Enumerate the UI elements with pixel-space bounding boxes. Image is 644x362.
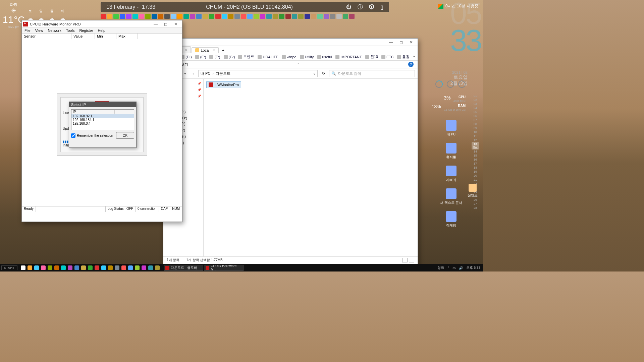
dock-app-0[interactable] [101, 14, 106, 19]
dock-app-25[interactable] [260, 14, 265, 19]
crumb-pc[interactable]: 내 PC [201, 71, 210, 76]
desktop-icon-0[interactable]: 내 PC [439, 120, 463, 137]
tray-icon-10[interactable] [88, 265, 93, 270]
taskbar-clock[interactable]: 오후 5:33 [466, 265, 480, 270]
crumb-here[interactable]: 다운로드 [216, 71, 230, 76]
bookmark-2[interactable]: (E:) [195, 54, 206, 59]
dock-app-23[interactable] [247, 14, 253, 19]
taskbar-task-0[interactable]: 다운로드 - 클로버 [164, 265, 203, 271]
dock-app-30[interactable] [292, 14, 297, 19]
dock-app-37[interactable] [336, 14, 342, 19]
search-input[interactable]: 🔍다운로드 검색 [329, 70, 415, 77]
tray-icon-2[interactable] [34, 265, 39, 270]
dock-app-39[interactable] [349, 14, 355, 19]
dock-app-21[interactable] [234, 14, 240, 19]
dock-app-9[interactable] [158, 14, 163, 19]
view-details-icon[interactable] [402, 258, 408, 262]
bookmarks-overflow-icon[interactable]: » [413, 54, 415, 59]
dock-app-2[interactable] [113, 14, 119, 19]
dock-app-35[interactable] [324, 14, 329, 19]
explorer-window[interactable]: — ◻ ✕ 로드×Local×+ (C:)(D:)(E:)(F:)(G:)토렌트… [163, 38, 418, 265]
desktop-icon-4[interactable]: 한게임 [439, 211, 463, 228]
dock-app-10[interactable] [164, 14, 170, 19]
dock-app-5[interactable] [132, 14, 138, 19]
file-pane[interactable]: HWMonitorPro [204, 79, 418, 256]
dock-app-26[interactable] [266, 14, 272, 19]
tray-icon-9[interactable] [81, 265, 86, 270]
tray-icon-16[interactable] [128, 265, 133, 270]
start-button[interactable]: START [1, 265, 17, 270]
menu-file[interactable]: File [24, 28, 31, 33]
select-ip-dialog[interactable]: Select IP IP 192.168.92.1 192.168.184.1 … [69, 102, 137, 148]
taskbar-task-1[interactable]: CPUID Hardware M... [204, 265, 244, 271]
ok-button[interactable]: OK [116, 132, 134, 139]
lock-icon[interactable]: ⏻ [346, 4, 352, 10]
col-min[interactable]: Min [95, 34, 116, 39]
dock-app-36[interactable] [330, 14, 335, 19]
bookmark-8[interactable]: Utility [300, 54, 314, 59]
menu-register[interactable]: Register [79, 28, 93, 33]
bookmark-13[interactable]: 음원 [397, 54, 410, 59]
close-button[interactable]: ✕ [406, 39, 416, 46]
dock-app-7[interactable] [145, 14, 151, 19]
bookmark-9[interactable]: useful [317, 54, 332, 59]
bookmark-7[interactable]: winpe [282, 54, 297, 59]
remember-checkbox[interactable]: Remember the selection [71, 133, 113, 138]
tray-icon-15[interactable] [121, 265, 126, 270]
dock-app-3[interactable] [120, 14, 125, 19]
dock-app-27[interactable] [273, 14, 278, 19]
dock-app-24[interactable] [254, 14, 259, 19]
taskbar[interactable]: START 다운로드 - 클로버CPUID Hardware M... 링크 ˄… [0, 264, 483, 272]
dock-app-4[interactable] [126, 14, 131, 19]
tray-sound-icon[interactable]: 🔊 [459, 266, 463, 270]
tray-icon-14[interactable] [115, 265, 119, 270]
view-icons-icon[interactable] [409, 258, 414, 262]
menu-tools[interactable]: Tools [66, 28, 75, 33]
dock-app-20[interactable] [228, 14, 233, 19]
tray-icon-19[interactable] [148, 265, 153, 270]
dock-app-11[interactable] [171, 14, 176, 19]
ip-row-1[interactable]: 192.168.184.1 [71, 118, 134, 122]
ip-listbox[interactable]: IP 192.168.92.1 192.168.184.1 192.168.0.… [71, 109, 134, 130]
maximize-button[interactable]: ◻ [396, 39, 406, 46]
bookmark-5[interactable]: 토렌트 [238, 54, 254, 59]
ip-row-2[interactable]: 192.168.0.4 [71, 122, 134, 125]
tray-icon-20[interactable] [155, 265, 160, 270]
dock-app-34[interactable] [317, 14, 323, 19]
dock-app-32[interactable] [305, 14, 310, 19]
tray-icon-12[interactable] [101, 265, 106, 270]
dock-app-18[interactable] [215, 14, 221, 19]
menu-network[interactable]: Network [48, 28, 61, 33]
nav-up-icon[interactable]: ↑ [190, 70, 196, 76]
tab-close-icon[interactable]: × [185, 48, 187, 52]
hwmonitor-window[interactable]: CPUID Hardware Monitor PRO — ◻ ✕ FileVie… [21, 20, 182, 222]
chevron-up-icon[interactable]: ˄ [447, 266, 449, 270]
dock-app-33[interactable] [311, 14, 316, 19]
bookmark-12[interactable]: ETC [381, 54, 394, 59]
dock-app-12[interactable] [177, 14, 182, 19]
menu-view[interactable]: View [35, 28, 43, 33]
dock-app-22[interactable] [241, 14, 246, 19]
bookmark-3[interactable]: (F:) [209, 54, 220, 59]
chevron-down-icon[interactable]: v [314, 71, 316, 75]
menubar[interactable]: FileViewNetworkToolsRegisterHelp [22, 28, 182, 33]
minimize-button[interactable]: — [386, 39, 396, 46]
ribbon-tabs[interactable]: 공유보기˅? [163, 61, 418, 68]
dock-app-1[interactable] [107, 14, 112, 19]
tray-icon-18[interactable] [142, 265, 146, 270]
tray-icon-17[interactable] [135, 265, 140, 270]
tray-icon-8[interactable] [74, 265, 79, 270]
tab-1[interactable]: Local× [192, 47, 219, 53]
col-value[interactable]: Value [71, 34, 95, 39]
bookmark-10[interactable]: IMPORTANT [335, 54, 362, 59]
info-icon[interactable]: ⓘ [358, 4, 363, 11]
help-icon[interactable]: ? [408, 62, 414, 67]
bookmark-6[interactable]: UDALITE [258, 54, 278, 59]
tab-close-icon[interactable]: × [213, 48, 215, 52]
dock-app-6[interactable] [139, 14, 144, 19]
app-dock[interactable] [101, 13, 392, 19]
dock-app-19[interactable] [222, 14, 227, 19]
menu-help[interactable]: Help [98, 28, 105, 33]
file-item[interactable]: HWMonitorPro [206, 81, 241, 88]
dock-app-38[interactable] [343, 14, 348, 19]
